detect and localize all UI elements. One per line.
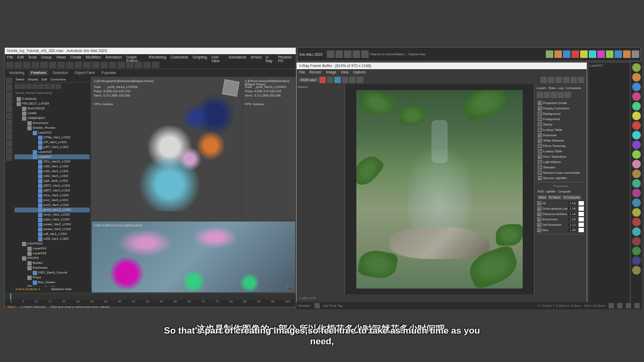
scale-icon[interactable] [66, 62, 74, 68]
se-tab-select[interactable]: Select [16, 78, 25, 81]
menu-graph-editors[interactable]: Graph Editors [126, 55, 144, 60]
tree-item[interactable]: GEO_Earth_Ground [14, 270, 90, 275]
timeline-marker[interactable] [10, 293, 11, 300]
se-filter-icon[interactable] [44, 84, 49, 89]
vfb-layer-item[interactable]: Lookup Table [537, 149, 584, 154]
layer-tool-icon[interactable] [537, 92, 543, 98]
element-value[interactable]: 2.113 [568, 223, 577, 226]
floater-color-icon[interactable] [554, 50, 562, 58]
tree-item[interactable]: jmz3_Var4_LOD0 [14, 203, 90, 208]
se-tab-customize[interactable]: Customize [50, 78, 65, 81]
layer-tool-icon[interactable] [558, 92, 564, 98]
prop-tab-rgb[interactable]: RGB [538, 190, 544, 193]
floater-color-icon[interactable] [597, 50, 605, 58]
tree-item[interactable]: PROJECT_LAYER [14, 101, 90, 106]
prop-btn-to-scene[interactable]: To Scene [548, 195, 561, 200]
tree-item[interactable]: m02_Var2_LOD0 [14, 169, 90, 174]
se-filter-icon[interactable] [20, 84, 26, 89]
layer-tool-icon[interactable] [551, 92, 557, 98]
asset-icon[interactable] [632, 198, 641, 207]
tree-item[interactable]: Layer017 [14, 154, 90, 159]
status-icon[interactable] [314, 303, 320, 308]
viewport-front[interactable]: [+][Front][Performance][Standard] [92, 221, 295, 292]
menu-file[interactable]: File [7, 55, 13, 60]
floater-icon[interactable] [361, 50, 369, 58]
angle-snap-icon[interactable] [83, 62, 91, 68]
menu-civil-view[interactable]: Civil View [211, 55, 224, 60]
se-tab-edit[interactable]: Edit [41, 78, 47, 81]
menu-v-ray[interactable]: V-Ray [266, 55, 274, 60]
render-icon[interactable] [152, 62, 159, 68]
vfb-menu-view[interactable]: View [341, 70, 349, 75]
ribbon-object paint[interactable]: Object Paint [72, 70, 97, 76]
floater-search[interactable]: Objects by Name/Select... [370, 53, 407, 56]
se-tool-icon[interactable] [6, 141, 12, 147]
se-filter-icon[interactable] [32, 84, 38, 89]
tree-item[interactable]: Al7o_Var10_LOD0 [14, 159, 90, 164]
vfb-layer-item[interactable]: Random color correctable [537, 170, 584, 175]
se-filter-icon[interactable] [56, 84, 61, 89]
element-checkbox[interactable] [537, 228, 541, 232]
asset-icon[interactable] [632, 160, 641, 168]
tree-item[interactable]: Amu_Var3_LOD0 [14, 193, 90, 198]
vfb-layer-item[interactable]: Stamp [537, 122, 584, 127]
foliage-cluster[interactable] [113, 227, 178, 259]
vfb-menu-options[interactable]: Options [353, 70, 366, 75]
menu-arnold[interactable]: Arnold [251, 55, 261, 60]
tree-item[interactable]: CAMS [14, 111, 90, 116]
tree-item[interactable]: Layer018 [14, 251, 90, 256]
se-tab-display[interactable]: Display [28, 78, 39, 81]
menu-tools[interactable]: Tools [28, 55, 36, 60]
element-checkbox[interactable] [537, 201, 541, 205]
asset-icon[interactable] [632, 179, 641, 188]
element-checkbox[interactable] [537, 217, 541, 221]
align-icon[interactable] [109, 62, 116, 68]
mirror-icon[interactable] [100, 62, 108, 68]
floater-color-icon[interactable] [623, 50, 631, 58]
color-swatch[interactable] [579, 201, 584, 205]
asset-icon[interactable] [632, 131, 641, 139]
tree-item[interactable]: Earthware [14, 265, 90, 270]
layer-checkbox[interactable] [538, 165, 542, 169]
vfb-tool-icon[interactable] [342, 77, 348, 83]
vp-label[interactable]: [+][Orthographic][Standard][Edged Faces] [94, 79, 153, 83]
foliage-cluster[interactable] [188, 224, 242, 251]
vfb-layer-item[interactable]: Display Correction [537, 106, 584, 111]
menu-customize[interactable]: Customize [171, 55, 188, 60]
asset-icon[interactable] [632, 208, 641, 217]
stop-render-icon[interactable] [319, 77, 326, 83]
select-icon[interactable] [40, 62, 48, 68]
tree-item[interactable]: ur8_Var1_LOD0 [14, 232, 90, 237]
vfb-tab-log[interactable]: Log [558, 86, 564, 90]
render-setup-icon[interactable] [143, 62, 151, 68]
element-checkbox[interactable] [537, 223, 541, 227]
floater-icon[interactable] [353, 50, 360, 58]
menu-modifiers[interactable]: Modifiers [86, 55, 101, 60]
vfb-layer-item[interactable]: Hue / Saturation [537, 154, 584, 159]
vfb-tab-layers[interactable]: Layers [537, 86, 546, 90]
viewport-camera[interactable]: [+][PhysCamera003][Standard][Edged Faces… [243, 77, 295, 220]
asset-icon[interactable] [632, 189, 641, 197]
tree-item[interactable]: LIGHTING [14, 241, 90, 246]
color-swatch[interactable] [579, 217, 584, 221]
element-value[interactable]: 0.432 [568, 202, 577, 205]
vfb-layer-item[interactable]: Foreground [537, 116, 584, 122]
asset-icon[interactable] [632, 266, 641, 275]
prop-btn-reset[interactable]: Reset [538, 195, 547, 200]
menu-views[interactable]: Views [56, 55, 66, 60]
tree-item[interactable]: GREENERY [14, 116, 90, 121]
prop-btn-to-composite[interactable]: To Composite [562, 195, 581, 200]
vfb-menu-image[interactable]: Image [326, 70, 336, 75]
asset-icon[interactable] [632, 256, 641, 265]
asset-icon[interactable] [632, 102, 641, 110]
element-value[interactable]: 2.390 [568, 207, 577, 210]
tree-item[interactable]: ur58_Var2_LOD0 [14, 237, 90, 241]
menu-group[interactable]: Group [41, 55, 52, 60]
asset-icon[interactable] [632, 112, 641, 120]
menu-scripting[interactable]: Scripting [193, 55, 207, 60]
floater-color-icon[interactable] [580, 50, 588, 58]
nav-icon[interactable] [626, 303, 631, 308]
link-icon[interactable] [23, 62, 31, 68]
color-swatch[interactable] [579, 206, 584, 211]
floater-icon[interactable] [327, 50, 334, 58]
